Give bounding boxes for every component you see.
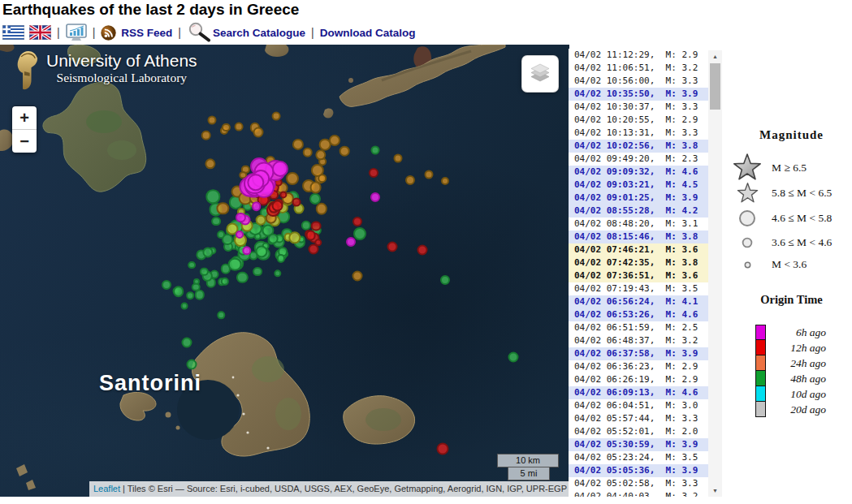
- quake-list-item[interactable]: 04/02 07:42:35, M: 3.8: [569, 256, 708, 269]
- quake-list-item[interactable]: 04/02 07:46:21, M: 3.6: [569, 243, 708, 256]
- quake-list-item[interactable]: 04/02 08:48:20, M: 3.1: [569, 218, 708, 230]
- earthquake-marker[interactable]: [206, 190, 220, 204]
- search-catalogue-link[interactable]: Search Catalogue: [213, 27, 305, 39]
- earthquake-marker[interactable]: [271, 112, 280, 121]
- quake-list-item[interactable]: 04/02 09:01:25, M: 3.9: [569, 192, 708, 205]
- list-scrollbar[interactable]: ▲ ▼: [708, 50, 722, 497]
- seismograph-monitor-icon[interactable]: [66, 24, 87, 42]
- earthquake-marker[interactable]: [417, 245, 428, 256]
- quake-list-item[interactable]: 04/02 06:26:19, M: 2.9: [569, 373, 708, 386]
- quake-list-item[interactable]: 04/02 06:53:26, M: 4.6: [569, 308, 708, 321]
- earthquake-marker[interactable]: [256, 215, 266, 226]
- earthquake-marker[interactable]: [352, 217, 362, 226]
- quake-list-item[interactable]: 04/02 06:37:58, M: 3.9: [569, 347, 708, 360]
- earthquake-marker[interactable]: [236, 272, 248, 283]
- download-catalog-link[interactable]: Download Catalog: [320, 27, 416, 39]
- scrollbar-thumb[interactable]: [710, 63, 720, 110]
- earthquake-marker[interactable]: [286, 172, 299, 185]
- zoom-out-button[interactable]: −: [12, 129, 37, 153]
- earthquake-marker[interactable]: [441, 177, 449, 185]
- earthquake-marker[interactable]: [272, 161, 288, 177]
- zoom-in-button[interactable]: +: [12, 106, 37, 129]
- earthquake-marker[interactable]: [292, 197, 301, 206]
- leaflet-link[interactable]: Leaflet: [93, 484, 120, 493]
- search-icon[interactable]: [187, 22, 213, 43]
- earthquake-marker[interactable]: [188, 261, 196, 269]
- earthquake-marker[interactable]: [405, 175, 415, 185]
- earthquake-marker[interactable]: [387, 242, 398, 252]
- quake-list-item[interactable]: 04/02 05:23:24, M: 3.5: [569, 451, 708, 464]
- quake-list-item[interactable]: 04/02 07:36:51, M: 3.6: [569, 269, 708, 282]
- rss-feed-link[interactable]: RSS Feed: [121, 27, 172, 39]
- quake-list-item[interactable]: 04/02 11:12:29, M: 2.9: [569, 49, 708, 62]
- earthquake-marker[interactable]: [205, 158, 215, 169]
- earthquake-marker[interactable]: [192, 283, 201, 292]
- quake-list-item[interactable]: 04/02 04:40:03, M: 3.2: [569, 490, 708, 497]
- quake-list-item[interactable]: 04/02 08:55:28, M: 4.2: [569, 205, 708, 218]
- quake-list-item[interactable]: 04/02 10:02:56, M: 3.8: [569, 140, 708, 153]
- earthquake-marker[interactable]: [268, 234, 279, 244]
- earthquake-marker[interactable]: [207, 115, 216, 124]
- earthquake-marker[interactable]: [253, 267, 262, 277]
- earthquake-marker[interactable]: [222, 234, 233, 245]
- earthquake-marker[interactable]: [234, 122, 243, 131]
- earthquake-marker[interactable]: [437, 443, 449, 455]
- quake-list-item[interactable]: 04/02 06:51:59, M: 2.5: [569, 321, 708, 334]
- earthquake-marker[interactable]: [274, 269, 281, 277]
- earthquake-marker[interactable]: [252, 201, 262, 211]
- earthquake-marker[interactable]: [220, 278, 228, 286]
- earthquake-marker[interactable]: [217, 202, 229, 214]
- earthquake-marker[interactable]: [276, 254, 284, 262]
- earthquake-marker[interactable]: [340, 146, 350, 157]
- earthquake-marker[interactable]: [316, 203, 327, 214]
- quake-list-item[interactable]: 04/02 10:20:55, M: 2.9: [569, 114, 708, 127]
- earthquake-marker[interactable]: [222, 123, 230, 131]
- quake-list-item[interactable]: 04/02 05:05:36, M: 3.9: [569, 464, 708, 477]
- earthquake-marker[interactable]: [173, 286, 184, 297]
- quake-list-item[interactable]: 04/02 09:09:32, M: 4.6: [569, 166, 708, 179]
- quake-list-item[interactable]: 04/02 05:52:01, M: 2.0: [569, 425, 708, 438]
- earthquake-marker[interactable]: [202, 247, 213, 257]
- quake-list-item[interactable]: 04/02 06:36:23, M: 2.9: [569, 360, 708, 373]
- quake-list-item[interactable]: 04/02 10:56:00, M: 3.3: [569, 75, 708, 88]
- quake-list-item[interactable]: 04/02 05:57:44, M: 3.3: [569, 412, 708, 425]
- earthquake-marker[interactable]: [228, 258, 242, 272]
- earthquake-marker[interactable]: [181, 302, 188, 309]
- earthquake-marker[interactable]: [314, 239, 322, 246]
- earthquake-marker[interactable]: [352, 271, 363, 282]
- earthquake-marker[interactable]: [212, 217, 222, 226]
- earthquake-marker[interactable]: [329, 135, 340, 146]
- layers-control-button[interactable]: [521, 55, 559, 93]
- quake-list-item[interactable]: 04/02 07:19:43, M: 3.5: [569, 282, 708, 295]
- quake-list-item[interactable]: 04/02 06:48:37, M: 3.2: [569, 334, 708, 347]
- earthquake-marker[interactable]: [301, 221, 310, 230]
- earthquake-marker[interactable]: [318, 174, 327, 183]
- earthquake-marker[interactable]: [346, 237, 356, 247]
- earthquake-marker[interactable]: [440, 275, 450, 285]
- earthquake-marker[interactable]: [201, 130, 211, 140]
- earthquake-marker[interactable]: [369, 168, 378, 178]
- earthquake-marker[interactable]: [425, 170, 434, 179]
- quake-list-item[interactable]: 04/02 10:30:37, M: 3.3: [569, 101, 708, 114]
- earthquake-marker[interactable]: [236, 230, 244, 239]
- earthquake-marker[interactable]: [353, 227, 366, 240]
- earthquake-marker[interactable]: [309, 182, 322, 194]
- quake-list-item[interactable]: 04/02 06:04:51, M: 3.0: [569, 399, 708, 412]
- earthquake-marker[interactable]: [309, 193, 321, 205]
- quake-list-item[interactable]: 04/02 09:49:20, M: 2.3: [569, 153, 708, 166]
- quake-list-item[interactable]: 04/02 05:02:58, M: 3.3: [569, 477, 708, 490]
- earthquake-marker[interactable]: [292, 139, 304, 150]
- earthquake-marker[interactable]: [187, 360, 197, 370]
- earthquake-marker[interactable]: [371, 146, 380, 155]
- earthquake-marker[interactable]: [370, 192, 380, 202]
- earthquake-marker[interactable]: [508, 352, 519, 363]
- earthquake-marker[interactable]: [162, 280, 171, 290]
- rss-icon[interactable]: [101, 25, 116, 41]
- earthquake-marker[interactable]: [303, 147, 314, 157]
- quake-list-item[interactable]: 04/02 10:13:31, M: 3.3: [569, 127, 708, 140]
- quake-list-item[interactable]: 04/02 05:30:59, M: 3.9: [569, 438, 708, 451]
- earthquake-marker[interactable]: [186, 292, 194, 300]
- earthquake-marker[interactable]: [182, 338, 192, 348]
- earthquake-marker[interactable]: [253, 127, 263, 137]
- earthquake-marker[interactable]: [394, 154, 403, 163]
